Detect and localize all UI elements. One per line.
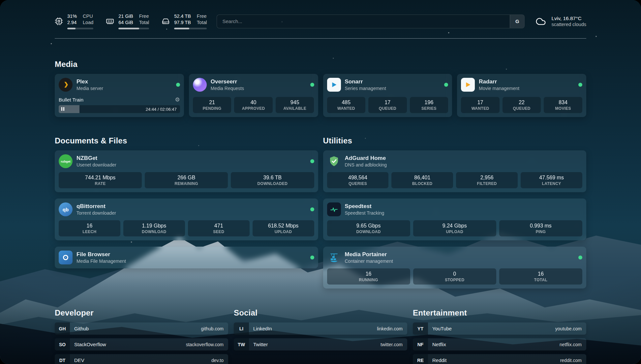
- service-card-qbittorrent[interactable]: qb qBittorrent Torrent downloader 16: [55, 198, 318, 240]
- stat-series: 196 SERIES: [410, 97, 448, 113]
- service-title: File Browser: [76, 251, 126, 258]
- bookmark-url: reddit.com: [560, 358, 582, 363]
- stat-value: 17: [477, 100, 483, 106]
- stat-label: UPLOAD: [275, 229, 292, 234]
- stat-value: 498,564: [348, 175, 367, 181]
- stat-wanted: 485 WANTED: [327, 97, 366, 113]
- section-utilities: Utilities AdGuard Home: [323, 136, 587, 288]
- bookmark-group-entertainment: Entertainment YT YouTube youtube.com NF …: [413, 308, 586, 364]
- cpu-load-label: Load: [83, 19, 93, 26]
- bookmark-abbr: YT: [413, 322, 428, 335]
- stat-value: 39.6 TB: [263, 175, 282, 181]
- stat-rate: 744.21 Mbps RATE: [59, 172, 142, 188]
- service-card-sonarr[interactable]: Sonarr Series management 485 WANTED 17 Q…: [323, 74, 452, 117]
- service-title: Sonarr: [345, 78, 386, 85]
- stat-label: SERIES: [421, 106, 437, 111]
- stat-running: 16 RUNNING: [327, 268, 410, 285]
- bookmark-abbr: SO: [55, 338, 70, 350]
- status-dot: [310, 207, 314, 211]
- status-dot: [444, 83, 448, 87]
- stat-value: 744.21 Mbps: [85, 175, 116, 181]
- stat-value: 266 GB: [177, 175, 195, 181]
- bookmark-youtube[interactable]: YT YouTube youtube.com: [413, 322, 586, 335]
- portainer-icon: [327, 251, 341, 264]
- qbittorrent-icon: qb: [59, 202, 73, 216]
- overseerr-icon: [193, 78, 207, 92]
- stat-wanted: 17 WANTED: [461, 97, 500, 113]
- stat-upload: 618.52 Mbps UPLOAD: [253, 220, 314, 236]
- service-card-nzbget[interactable]: nzbget NZBGet Usenet downloader 744.21 M…: [55, 150, 318, 192]
- dashboard-window: 31% CPU 2.94 Load: [0, 0, 641, 364]
- cpu-icon: [55, 17, 63, 25]
- weather-condition: scattered clouds: [551, 22, 586, 27]
- progress-fill: [118, 28, 139, 29]
- bookmark-url: dev.to: [211, 358, 224, 363]
- system-resources: 31% CPU 2.94 Load: [55, 13, 207, 29]
- pause-icon[interactable]: [61, 106, 65, 112]
- playback-progress-fill: [59, 105, 79, 113]
- section-documents-files: Documents & Files nzbget NZBGet Usenet d…: [55, 136, 318, 268]
- service-card-filebrowser[interactable]: File Browser Media File Management: [55, 247, 318, 268]
- bookmark-dev[interactable]: DT DEV dev.to: [55, 354, 228, 364]
- stat-value: 9.65 Gbps: [356, 223, 381, 229]
- stat-value: 16: [366, 271, 372, 277]
- section-heading-documents: Documents & Files: [55, 136, 318, 145]
- search-input[interactable]: [217, 15, 510, 28]
- stat-label: SEED: [213, 229, 224, 234]
- settings-gear-icon[interactable]: ⚙: [175, 97, 180, 103]
- service-card-plex[interactable]: Plex Media server Bullet Train ⚙: [55, 74, 184, 117]
- stat-value: 17: [384, 100, 390, 106]
- stat-value: 40: [251, 100, 257, 106]
- bookmark-url: stackoverflow.com: [186, 342, 224, 347]
- stat-download: 9.65 Gbps DOWNLOAD: [327, 220, 410, 236]
- service-card-adguard[interactable]: AdGuard Home DNS and adblocking 498,564 …: [323, 150, 587, 192]
- stat-total: 16 TOTAL: [499, 268, 582, 285]
- bookmark-linkedin[interactable]: LI LinkedIn linkedin.com: [234, 322, 407, 335]
- bookmark-abbr: DT: [55, 354, 70, 364]
- bookmark-netflix[interactable]: NF Netflix netflix.com: [413, 338, 586, 350]
- service-card-overseerr[interactable]: Overseerr Media Requests 21 PENDING 40 A…: [189, 74, 318, 117]
- stat-label: QUEUED: [379, 106, 396, 111]
- memory-total-label: Total: [139, 19, 149, 26]
- bookmark-name: LinkedIn: [253, 326, 272, 331]
- bookmark-abbr: NF: [413, 338, 428, 350]
- bookmark-twitter[interactable]: TW Twitter twitter.com: [234, 338, 407, 350]
- service-card-portainer[interactable]: Media Portainer Container management 16 …: [323, 247, 587, 288]
- plex-icon: [59, 78, 73, 92]
- stat-label: PENDING: [203, 106, 222, 111]
- stat-label: MOVIES: [555, 106, 571, 111]
- now-playing-title: Bullet Train: [59, 97, 83, 103]
- stat-available: 945 AVAILABLE: [276, 97, 314, 113]
- bookmark-name: Reddit: [432, 357, 446, 363]
- progress-fill: [174, 28, 189, 29]
- service-card-speedtest[interactable]: Speedtest Speedtest Tracking 9.65 Gbps D…: [323, 198, 587, 240]
- stat-queries: 498,564 QUERIES: [327, 172, 389, 188]
- stat-value: 0.993 ms: [530, 223, 552, 229]
- disk-free-label: Free: [197, 13, 207, 19]
- service-subtitle: Movie management: [479, 86, 519, 91]
- service-subtitle: Media File Management: [76, 258, 126, 264]
- bookmark-url: github.com: [201, 326, 224, 331]
- playback-progressbar[interactable]: 24:44 / 02:06:47: [59, 105, 180, 113]
- memory-widget: 21 GiB Free 64 GiB Total: [106, 13, 149, 29]
- service-subtitle: Usenet downloader: [76, 162, 116, 167]
- search-provider-button[interactable]: G: [510, 15, 524, 28]
- service-title: Overseerr: [211, 78, 244, 85]
- bookmark-github[interactable]: GH Github github.com: [55, 322, 228, 335]
- section-heading-media: Media: [55, 60, 586, 69]
- disk-total-label: Total: [197, 19, 207, 26]
- stat-value: 16: [538, 271, 544, 277]
- bookmark-reddit[interactable]: RE Reddit reddit.com: [413, 354, 586, 364]
- stat-value: 22: [519, 100, 525, 106]
- bookmark-stackoverflow[interactable]: SO StackOverflow stackoverflow.com: [55, 338, 228, 350]
- stat-label: UPLOAD: [446, 229, 463, 234]
- stat-downloaded: 39.6 TB DOWNLOADED: [231, 172, 314, 188]
- stat-pending: 21 PENDING: [193, 97, 231, 113]
- speedtest-icon: [327, 202, 341, 216]
- disk-progressbar: [174, 28, 207, 29]
- qbittorrent-icon-text: qb: [63, 207, 69, 212]
- bookmark-name: Github: [74, 326, 89, 331]
- service-subtitle: Torrent downloader: [76, 210, 116, 216]
- bookmark-url: twitter.com: [381, 342, 403, 347]
- service-card-radarr[interactable]: Radarr Movie management 17 WANTED 22 QUE…: [457, 74, 586, 117]
